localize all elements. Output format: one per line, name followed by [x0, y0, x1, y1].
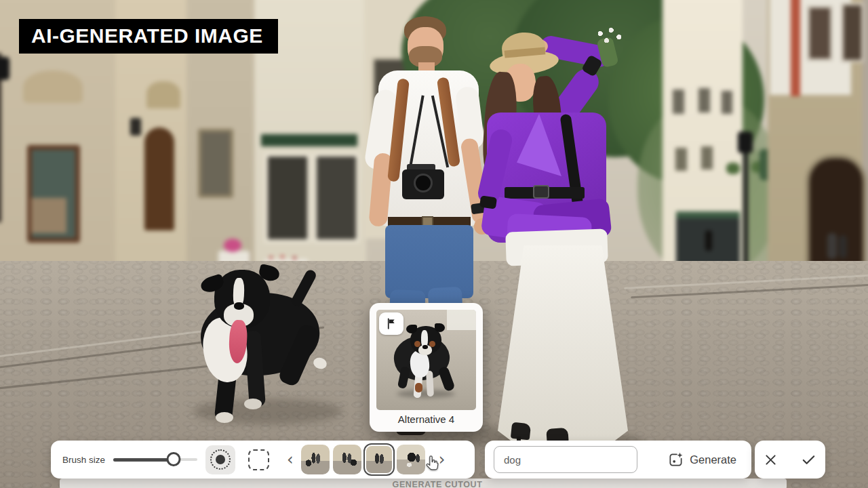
slider-fill [113, 458, 174, 462]
pediment-2 [146, 81, 180, 108]
variation-thumbnail-1[interactable] [301, 445, 330, 474]
generate-icon [668, 452, 684, 468]
preview-bg-planter [447, 310, 476, 330]
window-7b [841, 3, 864, 62]
alternative-popup: Alternative 4 [370, 303, 483, 432]
brown-door [144, 127, 174, 230]
confirm-panel [755, 441, 825, 479]
window-6d [675, 148, 687, 171]
window-3 [198, 129, 233, 198]
woman-heel-1 [511, 422, 531, 441]
marquee-icon [248, 449, 269, 470]
checkmark-icon [801, 452, 816, 468]
brush-tool-button[interactable] [205, 445, 235, 474]
preview-dog-rear-leg [437, 366, 455, 392]
confirm-button[interactable] [798, 449, 819, 470]
thumbnail-figures [333, 445, 361, 474]
close-icon [764, 453, 778, 467]
preview-dog-ear-2 [435, 323, 445, 332]
flag-icon [385, 317, 398, 330]
thumbnail-figures [397, 445, 425, 474]
thumbnail-figures [301, 445, 330, 474]
prompt-input[interactable] [494, 446, 637, 473]
flower-basket-1 [726, 163, 740, 174]
ai-generated-badge: AI-GENERATED IMAGE [19, 19, 278, 54]
window-6b [698, 88, 710, 113]
brush-size-label: Brush size [62, 455, 105, 465]
alternative-preview-image [376, 310, 476, 410]
camera-lens [414, 174, 433, 192]
slider-knob[interactable] [167, 452, 181, 466]
pedestrian-1 [827, 233, 837, 259]
preview-dog-leg-white-2 [426, 371, 434, 396]
pediment [23, 70, 83, 103]
hand-cursor-icon [423, 454, 441, 475]
variation-thumbnail-3-selected[interactable] [365, 445, 393, 474]
pedestrian-2 [839, 235, 847, 258]
shop-window-2 [313, 153, 359, 243]
lantern-left [0, 57, 9, 80]
generate-button[interactable]: Generate [664, 451, 741, 468]
generate-cutout-tooltip: GENERATE CUTOUT [380, 480, 495, 488]
lamppost-head [738, 131, 753, 153]
pink-flowers [224, 239, 241, 252]
jacket-buckle [533, 185, 549, 199]
prompt-panel: Generate [485, 441, 751, 479]
app-screen: AI-GENERATED IMAGE [0, 0, 868, 488]
wall-lamp [130, 118, 141, 136]
window-6e [701, 146, 713, 169]
carousel-prev-button[interactable]: ‹ [283, 451, 298, 468]
shop-sign [261, 134, 357, 146]
variation-thumbnail-2[interactable] [333, 445, 361, 474]
report-flag-button[interactable] [379, 312, 403, 335]
dog-paw-1 [216, 412, 233, 423]
edit-toolbar: Brush size ‹ › [51, 441, 475, 479]
variation-thumbnail-4-hovered[interactable] [397, 445, 425, 474]
woman-cuff-down [479, 195, 497, 209]
marquee-tool-button[interactable] [243, 445, 273, 474]
dog-paw-2 [244, 399, 262, 409]
generate-label: Generate [690, 453, 736, 466]
red-pilaster [791, 0, 800, 96]
firewood-niche [31, 198, 66, 233]
preview-dog-shadow [397, 390, 455, 398]
preview-dog-ear-1 [406, 325, 417, 333]
preview-dog-leg-tan [415, 383, 422, 392]
window-7a [807, 5, 833, 61]
shop-window-1 [264, 153, 311, 243]
bouquet-flowers [594, 24, 625, 47]
window-6a [673, 89, 684, 114]
thumbnail-figures [366, 446, 392, 473]
person-in-shop [705, 230, 712, 251]
cancel-button[interactable] [761, 450, 781, 470]
brush-icon [210, 449, 231, 470]
dog-nose [234, 302, 244, 310]
preview-dog-nose [422, 345, 428, 349]
chevron-left-icon: ‹ [287, 450, 294, 469]
alternative-label: Alternative 4 [370, 413, 483, 425]
man-jeans-hip [385, 225, 473, 298]
brush-size-slider[interactable] [113, 452, 197, 467]
window-6c [722, 91, 732, 114]
